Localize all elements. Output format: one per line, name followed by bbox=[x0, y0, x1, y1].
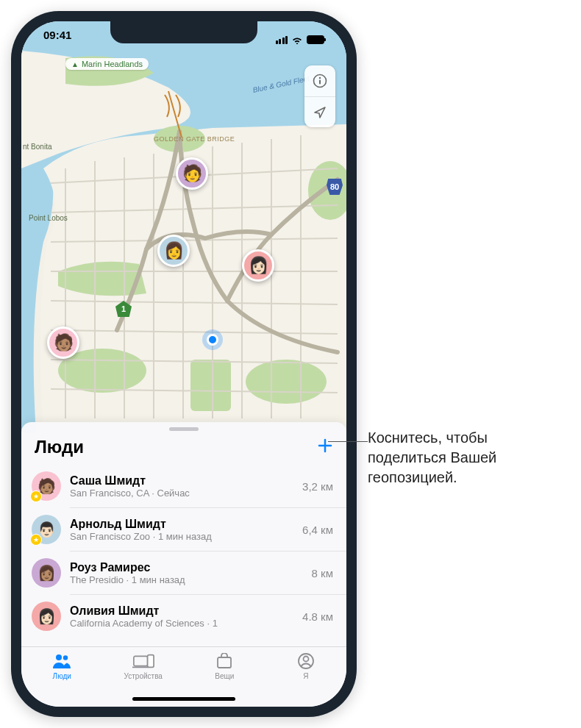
person-distance: 6,4 км bbox=[302, 524, 333, 536]
tab-label: Устройства bbox=[124, 672, 163, 680]
tree-icon: ▲ bbox=[71, 60, 79, 68]
bonita-label: nt Bonita bbox=[23, 143, 51, 151]
people-list: 🧑🏽★ Саша Шмидт San Francisco, CA · Сейча… bbox=[21, 465, 346, 631]
sheet-title: Люди bbox=[35, 437, 84, 457]
add-person-button[interactable] bbox=[317, 437, 333, 457]
tab-bar: Люди Устройства Вещи Я bbox=[21, 646, 346, 707]
favorite-star-icon: ★ bbox=[30, 534, 42, 546]
tab-label: Вещи bbox=[215, 672, 234, 680]
map-pin-person[interactable]: 🧑 bbox=[176, 157, 208, 190]
notch bbox=[110, 21, 257, 43]
svg-point-3 bbox=[246, 360, 327, 404]
person-name: Саша Шмидт bbox=[70, 474, 293, 488]
wifi-icon bbox=[291, 35, 303, 44]
lobos-label: Point Lobos bbox=[29, 214, 68, 222]
list-item-text: Оливия Шмидт California Academy of Scien… bbox=[70, 604, 293, 629]
status-time: 09:41 bbox=[43, 29, 71, 51]
tab-label: Люди bbox=[53, 672, 71, 680]
svg-rect-4 bbox=[190, 360, 231, 411]
avatar: 🧑🏽★ bbox=[32, 471, 61, 501]
person-sub: The Presidio · 1 мин назад bbox=[70, 574, 303, 585]
tab-me[interactable]: Я bbox=[265, 652, 347, 707]
person-sub: San Francisco Zoo · 1 мин назад bbox=[70, 531, 293, 542]
map-controls bbox=[304, 65, 335, 127]
person-sub: San Francisco, CA · Сейчас bbox=[70, 488, 293, 499]
list-item-text: Саша Шмидт San Francisco, CA · Сейчас bbox=[70, 474, 293, 499]
map-park-pill[interactable]: ▲ Marin Headlands bbox=[65, 58, 149, 70]
svg-rect-31 bbox=[147, 655, 153, 668]
info-icon bbox=[313, 74, 327, 88]
list-item[interactable]: 👩🏻 Оливия Шмидт California Academy of Sc… bbox=[21, 595, 346, 631]
map[interactable]: ▲ Marin Headlands GOLDEN GATE BRIDGE nt … bbox=[21, 21, 346, 433]
map-pin-person[interactable]: 👩🏻 bbox=[242, 249, 274, 282]
svg-rect-26 bbox=[319, 80, 321, 85]
people-icon bbox=[51, 652, 73, 671]
avatar: 👩🏻 bbox=[32, 602, 61, 631]
person-distance: 4.8 км bbox=[302, 610, 333, 623]
devices-icon bbox=[132, 652, 154, 671]
map-pin-person[interactable]: 🧑🏽 bbox=[47, 326, 79, 359]
status-icons bbox=[276, 29, 325, 51]
battery-icon bbox=[307, 35, 324, 44]
me-icon bbox=[295, 652, 317, 671]
callout: Коснитесь, чтобы поделиться Вашей геопоз… bbox=[368, 428, 566, 488]
person-name: Роуз Рамирес bbox=[70, 561, 303, 574]
list-item-text: Арнольд Шмидт San Francisco Zoo · 1 мин … bbox=[70, 518, 293, 542]
favorite-star-icon: ★ bbox=[30, 490, 42, 502]
callout-text: Коснитесь, чтобы поделиться Вашей геопоз… bbox=[368, 428, 566, 488]
person-name: Оливия Шмидт bbox=[70, 604, 293, 618]
locate-button[interactable] bbox=[304, 96, 335, 127]
cellular-icon bbox=[276, 36, 288, 44]
map-pin-person[interactable]: 👩 bbox=[157, 235, 190, 267]
location-arrow-icon bbox=[313, 106, 327, 119]
sheet-header: Люди bbox=[21, 434, 346, 465]
list-item[interactable]: 👩🏽 Роуз Рамирес The Presidio · 1 мин наз… bbox=[21, 552, 346, 594]
plus-icon bbox=[317, 438, 333, 454]
person-distance: 3,2 км bbox=[302, 480, 333, 493]
svg-point-34 bbox=[303, 657, 308, 662]
people-sheet[interactable]: Люди 🧑🏽★ Саша Шмидт San Francisco, CA · … bbox=[21, 422, 346, 654]
phone-screen: 09:41 bbox=[21, 21, 346, 707]
svg-rect-32 bbox=[218, 657, 231, 668]
home-indicator[interactable] bbox=[132, 697, 235, 701]
svg-point-28 bbox=[63, 655, 68, 660]
list-item[interactable]: 👨🏻★ Арнольд Шмидт San Francisco Zoo · 1 … bbox=[21, 508, 346, 551]
current-location-dot bbox=[207, 334, 218, 346]
avatar: 👨🏻★ bbox=[32, 515, 61, 544]
tab-people[interactable]: Люди bbox=[21, 652, 103, 707]
phone-frame: 09:41 bbox=[11, 11, 357, 717]
svg-point-25 bbox=[319, 77, 321, 79]
svg-rect-29 bbox=[134, 656, 148, 665]
person-sub: California Academy of Sciences · 1 bbox=[70, 618, 293, 629]
list-item[interactable]: 🧑🏽★ Саша Шмидт San Francisco, CA · Сейча… bbox=[21, 465, 346, 507]
person-distance: 8 км bbox=[312, 567, 333, 579]
avatar: 👩🏽 bbox=[32, 558, 61, 588]
info-button[interactable] bbox=[304, 65, 335, 96]
person-name: Арнольд Шмидт bbox=[70, 518, 293, 531]
tab-label: Я bbox=[303, 672, 308, 680]
marin-label: Marin Headlands bbox=[82, 60, 143, 68]
svg-point-27 bbox=[56, 654, 62, 660]
bridge-label: GOLDEN GATE BRIDGE bbox=[154, 135, 235, 143]
list-item-text: Роуз Рамирес The Presidio · 1 мин назад bbox=[70, 561, 303, 585]
items-icon bbox=[213, 652, 235, 671]
callout-line bbox=[328, 441, 368, 442]
sheet-grabber[interactable] bbox=[169, 427, 199, 431]
